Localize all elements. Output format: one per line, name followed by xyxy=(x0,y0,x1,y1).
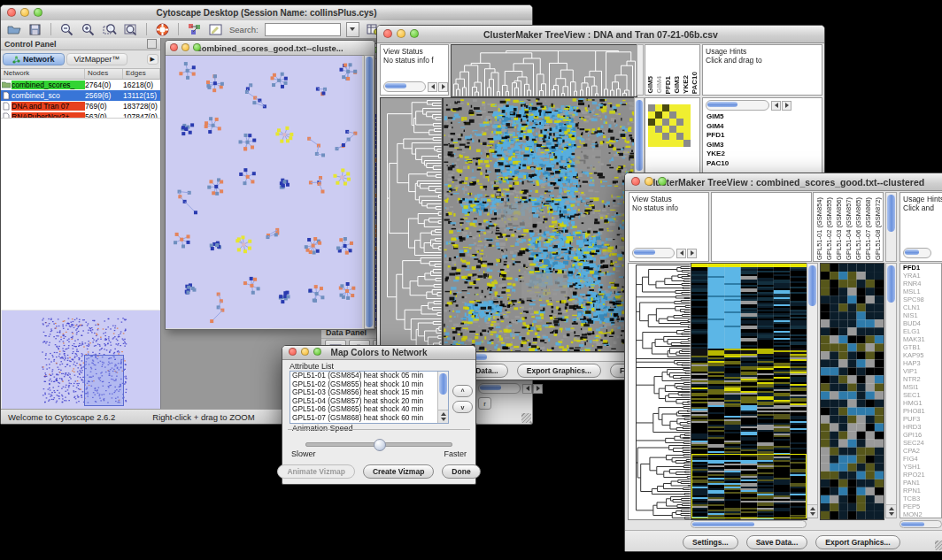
close-icon[interactable] xyxy=(170,43,178,51)
scroll-thumb[interactable] xyxy=(901,522,924,526)
mini-scrollbar[interactable] xyxy=(478,383,543,394)
minimize-icon[interactable] xyxy=(645,177,653,186)
zoom-vertical-scrollbar[interactable] xyxy=(885,263,897,518)
column-dendrogram[interactable] xyxy=(451,44,637,97)
vizmap-icon[interactable] xyxy=(187,23,202,36)
gene-label[interactable]: YSH1 xyxy=(903,463,941,471)
animate-vizmap-button[interactable]: Animate Vizmap xyxy=(277,464,355,479)
gene-label[interactable]: HAP3 xyxy=(903,359,941,367)
zoom-heatmap[interactable] xyxy=(820,263,884,520)
tab-network[interactable]: Network xyxy=(3,53,65,65)
zoom-window-icon[interactable] xyxy=(193,43,201,51)
top-scrollbar[interactable] xyxy=(885,192,897,262)
gene-label[interactable]: SPC98 xyxy=(903,295,941,303)
done-button[interactable]: Done xyxy=(442,464,480,479)
help-lifering-icon[interactable] xyxy=(155,23,170,36)
gene-label[interactable]: MSI1 xyxy=(903,383,941,391)
mini-scrollbar[interactable] xyxy=(383,81,448,92)
scroll-thumb[interactable] xyxy=(636,100,643,171)
gene-label[interactable]: VIP1 xyxy=(903,367,941,375)
save-icon[interactable] xyxy=(27,23,42,36)
mini-scrollbar[interactable] xyxy=(706,100,791,111)
main-heatmap[interactable] xyxy=(691,263,807,520)
annotation-icon[interactable] xyxy=(208,23,223,36)
scroll-thumb[interactable] xyxy=(808,265,816,306)
minimize-icon[interactable] xyxy=(301,348,309,356)
create-vizmap-button[interactable]: Create Vizmap xyxy=(363,464,434,479)
gene-label[interactable]: RPN1 xyxy=(903,487,941,495)
gene-list-scrollbar[interactable] xyxy=(900,520,942,528)
main-title-bar[interactable]: Cytoscape Desktop (Session Name: collins… xyxy=(1,5,532,21)
open-folder-icon[interactable] xyxy=(6,23,21,36)
attribute-item[interactable]: GPL51-07 (GSM868) heat shock 60 min xyxy=(290,414,448,423)
network-table-row[interactable]: DNA and Tran 07769(0)183728(0) xyxy=(1,101,160,111)
mini-scrollbar[interactable] xyxy=(903,248,931,258)
close-icon[interactable] xyxy=(289,348,297,356)
treeview-button[interactable]: Export Graphics... xyxy=(815,535,900,549)
zoom-matrix-heatmap[interactable] xyxy=(648,104,691,147)
speed-slider[interactable] xyxy=(305,442,452,447)
tab-overflow-button[interactable]: ▶ xyxy=(147,54,158,65)
search-input[interactable] xyxy=(265,23,341,36)
scroll-thumb[interactable] xyxy=(366,57,373,327)
treeview1-title-bar[interactable]: ClusterMaker TreeView : DNA and Tran 07-… xyxy=(377,26,824,43)
close-icon[interactable] xyxy=(383,29,392,38)
close-icon[interactable] xyxy=(7,8,16,17)
zoom-selected-icon[interactable] xyxy=(102,23,117,36)
zoom-out-icon[interactable] xyxy=(59,23,74,36)
gene-label[interactable]: MSL1 xyxy=(903,288,941,295)
gene-label[interactable]: MON2 xyxy=(903,510,941,518)
zoom-in-icon[interactable] xyxy=(81,23,96,36)
zoom-window-icon[interactable] xyxy=(34,8,42,17)
gene-label[interactable]: PHO81 xyxy=(903,407,941,415)
gene-label[interactable]: HMG1 xyxy=(903,399,941,407)
zoom-fit-icon[interactable] xyxy=(123,23,138,36)
list-scrollbar[interactable] xyxy=(437,372,448,423)
gene-label[interactable]: CPA2 xyxy=(903,447,941,455)
gene-label[interactable]: SEC1 xyxy=(903,391,941,399)
resize-grip[interactable] xyxy=(935,541,942,550)
column-tree-scrollbar[interactable] xyxy=(637,44,644,96)
treeview-button[interactable]: Export Graphics... xyxy=(517,364,601,378)
tab-vizmapper[interactable]: VizMapper™ xyxy=(66,53,128,65)
network-overview-thumbnail[interactable] xyxy=(2,311,160,409)
mini-scrollbar[interactable] xyxy=(632,248,697,258)
gene-label[interactable]: BUD4 xyxy=(903,319,941,327)
gene-label[interactable]: NTR2 xyxy=(903,375,941,383)
treeview-button[interactable]: Settings... xyxy=(683,535,738,549)
network-vertical-scrollbar[interactable] xyxy=(364,55,374,329)
bottom-scrollbar[interactable] xyxy=(691,520,807,528)
slider-thumb[interactable] xyxy=(374,439,386,451)
network-frame-title-bar[interactable]: combined_scores_good.txt--cluste... xyxy=(166,41,374,56)
scroll-thumb[interactable] xyxy=(887,265,895,303)
gene-label[interactable]: GTB1 xyxy=(903,343,941,351)
move-down-button[interactable]: v xyxy=(452,401,473,413)
row-dendrogram[interactable] xyxy=(628,263,691,520)
gene-label[interactable]: FIG4 xyxy=(903,455,941,463)
gene-label[interactable]: CLN1 xyxy=(903,303,941,311)
gene-label[interactable]: KAP95 xyxy=(903,351,941,359)
gene-label[interactable]: ELG1 xyxy=(903,327,941,335)
treeview2-title-bar[interactable]: ClusterMaker TreeView : combined_scores_… xyxy=(625,173,942,191)
dialog-title-bar[interactable]: Map Colors to Network xyxy=(282,346,475,360)
gene-label[interactable]: MAK31 xyxy=(903,335,941,343)
close-icon[interactable] xyxy=(631,177,640,186)
network-table-row[interactable]: combined_scores_2764(0)16218(0) xyxy=(1,80,160,90)
gene-label[interactable]: RPO21 xyxy=(903,471,941,479)
gene-label[interactable]: HRD3 xyxy=(903,423,941,431)
main-heatmap[interactable] xyxy=(443,97,635,352)
gene-label[interactable]: PAN1 xyxy=(903,479,941,487)
minimize-icon[interactable] xyxy=(20,8,29,17)
scroll-thumb[interactable] xyxy=(439,373,447,395)
gene-label[interactable]: PUF3 xyxy=(903,415,941,423)
gene-label[interactable]: SEC24 xyxy=(903,439,941,447)
gene-label[interactable]: YRA1 xyxy=(903,272,941,280)
gene-label[interactable]: NIS1 xyxy=(903,311,941,319)
gene-label[interactable]: RNR4 xyxy=(903,280,941,288)
network-view-frame[interactable]: combined_scores_good.txt--cluste... xyxy=(165,40,375,330)
resize-grip[interactable] xyxy=(521,413,531,423)
zoom-window-icon[interactable] xyxy=(658,177,667,186)
attribute-list[interactable]: GPL51-01 (GSM854) heat shock 05 minGPL51… xyxy=(290,371,449,424)
gene-label[interactable]: PEP5 xyxy=(903,502,941,510)
gene-label[interactable]: PFD1 xyxy=(903,264,941,272)
